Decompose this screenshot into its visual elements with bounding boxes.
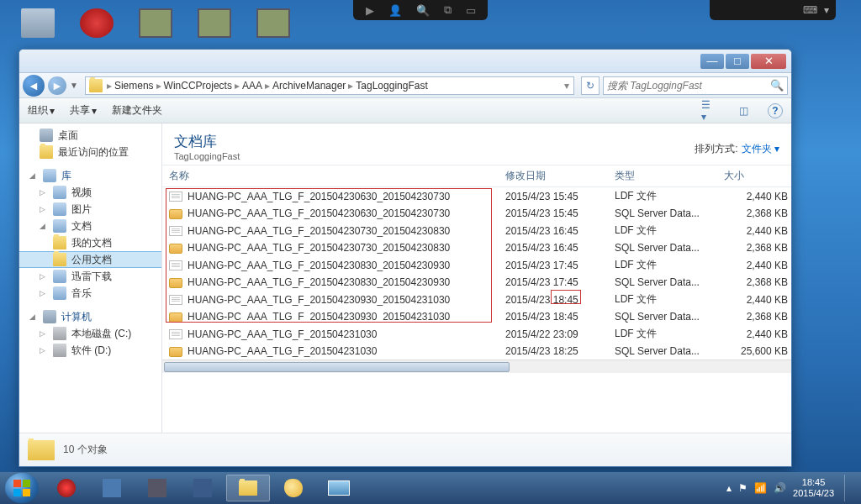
tray-chevron-icon[interactable]: ▴ xyxy=(726,482,732,494)
table-row[interactable]: HUANG-PC_AAA_TLG_F_201504230630_20150423… xyxy=(162,205,791,222)
forward-button[interactable]: ► xyxy=(48,76,66,95)
view-button[interactable]: ☰ ▾ xyxy=(700,102,719,119)
library-icon xyxy=(43,169,56,182)
main-pane: 文档库 TagLoggingFast 排列方式: 文件夹 ▾ 彻底又成4段了 名… xyxy=(162,123,791,433)
taskbar-explorer[interactable] xyxy=(226,475,270,501)
sidebar-item-desktop[interactable]: 桌面 xyxy=(19,127,161,144)
library-title: 文档库 xyxy=(174,132,695,151)
taskbar-app[interactable] xyxy=(272,475,315,501)
help-button[interactable]: ? xyxy=(768,103,783,118)
arrange-label: 排列方式: xyxy=(695,142,737,156)
library-subtitle: TagLoggingFast xyxy=(174,151,695,161)
file-icon xyxy=(169,192,182,202)
table-row[interactable]: HUANG-PC_AAA_TLG_F_201504230630_20150423… xyxy=(162,187,791,206)
horizontal-scrollbar[interactable] xyxy=(162,360,791,373)
sidebar-item-videos[interactable]: ▷视频 xyxy=(19,184,161,201)
start-button[interactable] xyxy=(5,473,39,503)
card-icon[interactable]: ▭ xyxy=(466,4,476,17)
crumb[interactable]: AAA xyxy=(240,80,264,92)
table-row[interactable]: HUANG-PC_AAA_TLG_F_201504230830_20150423… xyxy=(162,256,791,274)
desktop-icon-computer[interactable] xyxy=(17,4,59,42)
sidebar-item-downloads[interactable]: ▷迅雷下载 xyxy=(19,268,161,285)
organize-menu[interactable]: 组织 ▾ xyxy=(28,103,55,118)
taskbar-app[interactable] xyxy=(45,475,88,501)
disk-icon xyxy=(53,344,66,357)
desktop-icon-app[interactable] xyxy=(252,4,294,42)
arrange-dropdown[interactable]: 文件夹 ▾ xyxy=(742,142,779,156)
window-icon[interactable]: ⧉ xyxy=(444,3,452,17)
sidebar-item-music[interactable]: ▷音乐 xyxy=(19,285,161,302)
column-name[interactable]: 名称 xyxy=(162,165,499,187)
search-input[interactable] xyxy=(607,80,770,92)
tray-volume-icon[interactable]: 🔊 xyxy=(774,482,786,494)
video-icon xyxy=(53,186,66,199)
taskbar-app[interactable] xyxy=(90,475,134,501)
computer-icon xyxy=(43,310,56,323)
tray-network-icon[interactable]: 📶 xyxy=(754,482,767,494)
show-desktop-button[interactable] xyxy=(844,475,853,501)
search-box[interactable]: 🔍 xyxy=(603,76,788,95)
table-row[interactable]: HUANG-PC_AAA_TLG_F_201504230730_20150423… xyxy=(162,239,791,256)
document-icon xyxy=(53,219,66,233)
disk-icon xyxy=(53,327,66,340)
play-icon[interactable]: ▶ xyxy=(366,4,374,17)
file-icon xyxy=(169,226,182,236)
crumb[interactable]: Siemens xyxy=(113,80,156,92)
sidebar-item-my-docs[interactable]: 我的文档 xyxy=(19,234,161,251)
breadcrumb[interactable]: ▸ Siemens▸ WinCCProjects▸ AAA▸ ArchiveMa… xyxy=(85,76,574,95)
column-type[interactable]: 类型 xyxy=(608,165,717,187)
music-icon xyxy=(53,286,66,300)
maximize-button[interactable]: □ xyxy=(726,54,749,69)
sidebar-item-libraries[interactable]: ◢库 xyxy=(19,167,161,184)
column-date[interactable]: 修改日期 xyxy=(499,165,608,187)
close-button[interactable]: ✕ xyxy=(751,54,786,69)
sidebar-item-recent[interactable]: 最近访问的位置 xyxy=(19,144,161,160)
svg-rect-1 xyxy=(23,480,30,487)
sidebar-item-computer[interactable]: ◢计算机 xyxy=(19,308,161,325)
folder-icon xyxy=(89,79,103,92)
user-icon[interactable]: 👤 xyxy=(388,4,402,17)
desktop-icon-app[interactable] xyxy=(76,4,118,42)
preview-pane-button[interactable]: ◫ xyxy=(734,102,753,119)
search-icon[interactable]: 🔍 xyxy=(416,4,430,17)
table-row[interactable]: HUANG-PC_AAA_TLG_F_201504230730_20150423… xyxy=(162,222,791,239)
sidebar-item-documents[interactable]: ◢文档 xyxy=(19,218,161,234)
sidebar-item-disk-c[interactable]: ▷本地磁盘 (C:) xyxy=(19,325,161,342)
svg-rect-2 xyxy=(13,489,21,496)
explorer-window: — □ ✕ ◄ ► ▼ ▸ Siemens▸ WinCCProjects▸ AA… xyxy=(18,49,792,467)
tray-clock[interactable]: 18:45 2015/4/23 xyxy=(793,477,834,499)
sidebar-item-disk-d[interactable]: ▷软件 (D:) xyxy=(19,342,161,359)
file-icon xyxy=(169,260,182,270)
column-size[interactable]: 大小 xyxy=(717,165,791,187)
download-icon xyxy=(53,270,66,283)
table-row[interactable]: HUANG-PC_AAA_TLG_F_201504230830_20150423… xyxy=(162,274,791,291)
back-button[interactable]: ◄ xyxy=(23,75,45,97)
table-row[interactable]: HUANG-PC_AAA_TLG_F_2015042310302015/4/23… xyxy=(162,343,791,360)
crumb[interactable]: ArchiveManager xyxy=(271,80,347,92)
desktop-icon-app[interactable] xyxy=(135,4,177,42)
minimize-button[interactable]: — xyxy=(700,54,724,69)
desktop-icon-app[interactable] xyxy=(193,4,235,42)
refresh-button[interactable]: ↻ xyxy=(581,76,600,95)
crumb[interactable]: TagLoggingFast xyxy=(354,80,429,92)
crumb[interactable]: WinCCProjects xyxy=(162,80,234,92)
sidebar-item-public-docs[interactable]: 公用文档 xyxy=(19,251,161,268)
taskbar: ▴ ⚑ 📶 🔊 18:45 2015/4/23 xyxy=(0,472,861,504)
share-menu[interactable]: 共享 ▾ xyxy=(70,103,97,118)
new-folder-button[interactable]: 新建文件夹 xyxy=(112,103,162,118)
titlebar[interactable]: — □ ✕ xyxy=(19,50,791,73)
taskbar-app[interactable] xyxy=(135,475,179,501)
taskbar-app[interactable] xyxy=(181,475,224,501)
status-bar: 10 个对象 xyxy=(19,433,791,466)
table-row[interactable]: HUANG-PC_AAA_TLG_F_201504230930_20150423… xyxy=(162,308,791,325)
taskbar-app[interactable] xyxy=(317,475,361,501)
sidebar-item-pictures[interactable]: ▷图片 xyxy=(19,201,161,218)
history-dropdown[interactable]: ▼ xyxy=(70,81,78,90)
search-icon[interactable]: 🔍 xyxy=(770,79,784,92)
keyboard-icon[interactable]: ⌨ xyxy=(803,4,817,16)
svg-rect-3 xyxy=(23,489,30,496)
chevron-down-icon[interactable]: ▾ xyxy=(824,4,829,16)
tray-flag-icon[interactable]: ⚑ xyxy=(738,482,747,494)
table-row[interactable]: HUANG-PC_AAA_TLG_F_201504230930_20150423… xyxy=(162,291,791,308)
table-row[interactable]: HUANG-PC_AAA_TLG_F_2015042310302015/4/22… xyxy=(162,325,791,343)
